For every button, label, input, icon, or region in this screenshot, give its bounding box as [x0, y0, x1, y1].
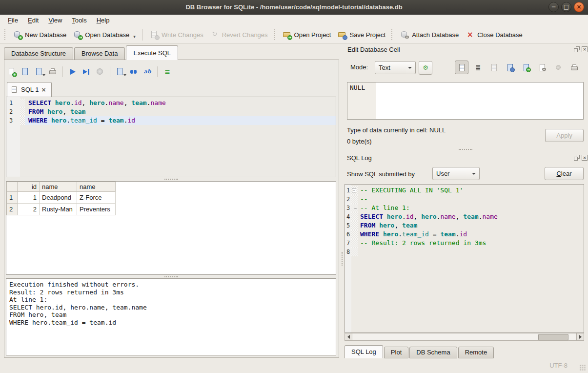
- open-project-icon: →: [283, 30, 291, 39]
- save-sql-file-icon[interactable]: [35, 67, 43, 76]
- cell-editor[interactable]: NULL: [347, 82, 584, 120]
- open-sql-file-icon[interactable]: [21, 67, 30, 76]
- toolbar-drag-handle[interactable]: [4, 29, 7, 40]
- column-header-id[interactable]: id: [18, 182, 40, 192]
- format-sql-icon[interactable]: ≡: [163, 67, 172, 76]
- window-title: DB Browser for SQLite - /home/user/code/…: [185, 3, 402, 11]
- attach-database-button[interactable]: Attach Database: [397, 28, 462, 41]
- scroll-right-icon[interactable]: [576, 333, 584, 340]
- set-null-icon[interactable]: −: [554, 63, 562, 71]
- attach-database-icon: [400, 30, 409, 39]
- cell[interactable]: 2: [18, 204, 40, 215]
- execute-all-icon[interactable]: [68, 67, 77, 76]
- resize-grip[interactable]: [579, 364, 586, 371]
- sql-tab-close-icon[interactable]: ×: [41, 87, 46, 93]
- menu-edit[interactable]: Edit: [23, 15, 43, 25]
- print-cell-icon[interactable]: [570, 63, 578, 71]
- toolbar-drag-handle[interactable]: [391, 29, 394, 40]
- open-database-dropdown-icon[interactable]: ▾: [133, 34, 136, 39]
- new-sql-tab-icon[interactable]: +: [7, 67, 16, 76]
- code-line: 8: [345, 248, 584, 256]
- results-message-splitter[interactable]: [6, 275, 336, 278]
- close-database-button[interactable]: × Close Database: [462, 28, 526, 41]
- tab-remote[interactable]: Remote: [458, 347, 494, 358]
- main-vertical-splitter[interactable]: [340, 186, 344, 332]
- statusbar: UTF-8: [0, 359, 588, 373]
- editor-results-splitter[interactable]: [6, 177, 336, 181]
- close-database-icon: ×: [466, 30, 474, 39]
- execute-current-line-icon[interactable]: [82, 67, 91, 76]
- text-mode-button[interactable]: [455, 61, 468, 74]
- save-as-icon[interactable]: [506, 63, 514, 71]
- save-cell-icon[interactable]: [490, 63, 498, 71]
- minimize-icon[interactable]: −: [548, 2, 559, 12]
- save-project-button[interactable]: Save Project: [334, 28, 389, 41]
- find-replace-icon[interactable]: ab: [143, 67, 152, 76]
- tab-db-schema[interactable]: DB Schema: [409, 347, 457, 358]
- word-wrap-icon[interactable]: ≣: [474, 63, 482, 71]
- corner-header[interactable]: [7, 182, 18, 192]
- row-header[interactable]: 1: [7, 192, 18, 204]
- cell[interactable]: Rusty-Man: [40, 204, 77, 215]
- close-icon[interactable]: ×: [574, 2, 584, 12]
- print-sql-icon[interactable]: [48, 67, 57, 76]
- new-database-button[interactable]: + New Database: [10, 28, 70, 41]
- revert-changes-button[interactable]: ↻ Revert Changes: [207, 28, 271, 41]
- export-results-icon[interactable]: [116, 67, 124, 76]
- cell[interactable]: Z-Force: [77, 192, 116, 204]
- execution-message: Execution finished without errors. Resul…: [6, 278, 336, 355]
- apply-button[interactable]: Apply: [545, 129, 584, 142]
- menu-file[interactable]: File: [3, 15, 23, 25]
- maximize-icon[interactable]: □: [561, 2, 571, 12]
- sql-document-tab[interactable]: SQL 1 ×: [7, 82, 52, 97]
- column-header-name2[interactable]: name: [77, 182, 116, 192]
- cell[interactable]: Preventers: [77, 204, 116, 215]
- log-filter-select[interactable]: User: [432, 167, 480, 180]
- clear-log-button[interactable]: Clear: [545, 167, 584, 180]
- sql-editor[interactable]: 1SELECT hero.id, hero.name, team.name2FR…: [6, 97, 336, 177]
- new-database-icon: +: [13, 30, 22, 39]
- log-filter-value: User: [436, 170, 449, 177]
- stop-execution-icon[interactable]: [96, 67, 104, 76]
- log-horizontal-scrollbar[interactable]: [345, 333, 584, 341]
- auto-switch-mode-button[interactable]: ⚙: [419, 61, 432, 75]
- export-cell-icon[interactable]: →: [522, 63, 530, 71]
- edit-cell-float-icon[interactable]: [574, 46, 580, 52]
- sql-log-panel-title: SQL Log: [347, 154, 372, 162]
- scroll-left-icon[interactable]: [345, 333, 352, 340]
- sql-file-icon: [11, 86, 19, 94]
- menu-help[interactable]: Help: [92, 15, 115, 25]
- sql-log-float-icon[interactable]: [574, 155, 580, 161]
- tab-execute-sql[interactable]: Execute SQL: [126, 45, 178, 60]
- sql-log-close-icon[interactable]: ×: [582, 155, 588, 161]
- menubar: File Edit View Tools Help: [0, 15, 588, 26]
- row-header[interactable]: 2: [7, 204, 18, 215]
- tab-sql-log[interactable]: SQL Log: [345, 345, 383, 358]
- execute-sql-toolbar: + ab ≡: [5, 63, 338, 80]
- mode-select[interactable]: Text: [375, 61, 416, 74]
- scrollbar-thumb[interactable]: [538, 334, 568, 340]
- menu-view[interactable]: View: [43, 15, 67, 25]
- log-filter-label: Show SQL submitted by: [347, 170, 415, 178]
- code-line: 3-- At line 1:: [345, 204, 584, 212]
- dock-splitter[interactable]: [347, 147, 584, 151]
- cell[interactable]: Deadpond: [40, 192, 77, 204]
- open-database-button[interactable]: → Open Database ▾: [70, 28, 139, 41]
- revert-changes-icon: ↻: [210, 30, 219, 39]
- import-link-icon[interactable]: [538, 63, 546, 71]
- tab-database-structure[interactable]: Database Structure: [4, 47, 73, 60]
- tab-plot[interactable]: Plot: [384, 347, 408, 358]
- toolbar-drag-handle[interactable]: [274, 29, 277, 40]
- find-icon[interactable]: [129, 67, 138, 76]
- cell[interactable]: 1: [18, 192, 40, 204]
- write-changes-button[interactable]: Write Changes: [146, 28, 207, 41]
- sql-log-view[interactable]: 1−-- EXECUTING ALL IN 'SQL 1'2--3-- At l…: [345, 184, 584, 333]
- edit-cell-close-icon[interactable]: ×: [582, 46, 588, 52]
- sql-tab-label: SQL 1: [21, 86, 39, 93]
- column-header-name[interactable]: name: [40, 182, 77, 192]
- tab-browse-data[interactable]: Browse Data: [74, 47, 125, 60]
- menu-tools[interactable]: Tools: [67, 15, 91, 25]
- open-project-button[interactable]: → Open Project: [279, 28, 335, 41]
- titlebar[interactable]: DB Browser for SQLite - /home/user/code/…: [0, 0, 588, 15]
- app-window: DB Browser for SQLite - /home/user/code/…: [0, 0, 588, 373]
